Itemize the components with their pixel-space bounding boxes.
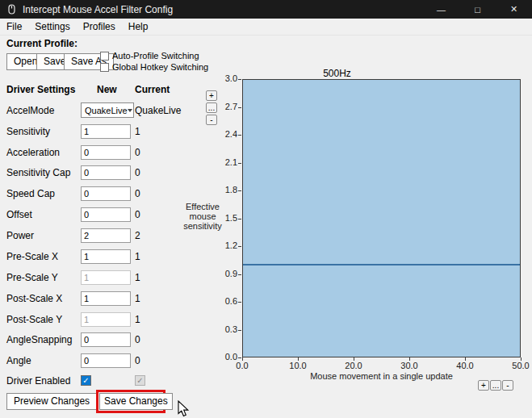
speed-cap-input[interactable]: [81, 186, 131, 201]
app-window: Intercept Mouse Accel Filter Config — □ …: [0, 0, 532, 418]
setting-label: Offset: [6, 207, 32, 223]
y-tick-label: 2.4: [212, 129, 237, 139]
zoom-options-button[interactable]: ...: [490, 380, 501, 391]
driver-enabled-label: Driver Enabled: [6, 373, 70, 389]
x-tick-label: 50.0: [509, 361, 532, 370]
sensitivity-cap-input[interactable]: [81, 165, 131, 180]
current-value: 1: [135, 249, 140, 265]
y-tick-mark: [238, 219, 241, 219]
x-tick-mark: [298, 357, 299, 361]
zoom-options-button[interactable]: ...: [206, 102, 217, 113]
current-value: QuakeLive: [135, 102, 181, 119]
y-tick-label: 0.3: [212, 324, 237, 334]
current-value: 2: [135, 228, 140, 244]
x-tick-mark: [409, 357, 410, 361]
current-value: 1: [135, 123, 140, 140]
preview-changes-button[interactable]: Preview Changes: [6, 393, 97, 410]
setting-row: Post-Scale X 1: [0, 291, 242, 307]
y-tick-mark: [238, 330, 241, 331]
zoom-out-button[interactable]: -: [206, 115, 217, 125]
auto-profile-checkbox[interactable]: [100, 52, 109, 61]
global-hotkey-checkbox[interactable]: [100, 63, 109, 72]
x-tick-label: 0.0: [230, 361, 254, 370]
setting-label: Pre-Scale X: [6, 249, 58, 265]
acceleration-input[interactable]: [81, 145, 131, 160]
menu-settings[interactable]: Settings: [28, 19, 76, 35]
setting-label: AccelMode: [6, 102, 54, 119]
col-new: New: [97, 84, 117, 95]
mouse-cursor: [178, 400, 191, 418]
col-driver-settings: Driver Settings: [6, 84, 75, 95]
y-tick-label: 1.2: [212, 240, 237, 250]
current-value: 1: [135, 311, 140, 328]
x-tick-label: 30.0: [397, 361, 421, 370]
col-current: Current: [135, 84, 170, 95]
power-input[interactable]: [81, 228, 131, 243]
zoom-in-button[interactable]: +: [478, 380, 489, 391]
menu-help[interactable]: Help: [122, 19, 155, 35]
current-value: 0: [135, 332, 140, 348]
window-title: Intercept Mouse Accel Filter Config: [23, 4, 173, 15]
setting-label: Speed Cap: [6, 186, 55, 202]
save-changes-button[interactable]: Save Changes: [99, 393, 173, 410]
y-tick-label: 1.8: [212, 185, 237, 194]
setting-row: AngleSnapping 0: [0, 332, 242, 348]
setting-label: Post-Scale X: [6, 291, 62, 307]
minimize-button[interactable]: —: [423, 0, 459, 19]
sensitivity-input[interactable]: [81, 124, 131, 139]
setting-label: Sensitivity Cap: [6, 165, 70, 181]
y-tick-mark: [238, 357, 241, 358]
auto-profile-label: Auto-Profile Switching: [112, 51, 199, 61]
menu-file[interactable]: File: [0, 19, 28, 35]
x-tick-label: 20.0: [341, 361, 366, 370]
setting-row: Angle 0: [0, 353, 242, 369]
close-button[interactable]: ✕: [496, 0, 532, 19]
y-tick-label: 3.0: [212, 73, 237, 83]
anglesnapping-input[interactable]: [81, 332, 131, 347]
driver-enabled-checkbox[interactable]: ✓: [81, 375, 91, 386]
chart-title: 500Hz: [153, 68, 521, 79]
y-tick-mark: [238, 246, 241, 247]
chevron-down-icon: [128, 109, 132, 112]
setting-label: Angle: [6, 353, 31, 369]
setting-label: Sensitivity: [6, 123, 50, 140]
setting-row: Pre-Scale Y 1: [0, 270, 242, 286]
x-tick-label: 10.0: [286, 361, 310, 370]
setting-label: AngleSnapping: [6, 332, 72, 348]
current-value: 1: [135, 270, 140, 286]
current-value: 1: [135, 291, 140, 307]
current-value: 0: [135, 353, 140, 369]
sensitivity-plot: [242, 79, 521, 357]
y-tick-label: 2.1: [212, 157, 237, 167]
pre-scale-x-input[interactable]: [81, 249, 131, 264]
x-tick-label: 40.0: [453, 361, 477, 370]
accelmode-select[interactable]: QuakeLive: [81, 102, 134, 118]
offset-input[interactable]: [81, 207, 131, 222]
post-scale-x-input[interactable]: [81, 291, 131, 306]
menu-profiles[interactable]: Profiles: [77, 19, 122, 35]
y-tick-label: 1.5: [212, 213, 237, 223]
sensitivity-curve: [243, 264, 520, 265]
post-scale-y-input: [81, 312, 131, 327]
angle-input[interactable]: [81, 353, 131, 368]
y-tick-mark: [238, 274, 241, 275]
setting-row: Sensitivity Cap 0: [0, 165, 242, 181]
y-tick-mark: [238, 302, 241, 303]
x-tick-mark: [465, 357, 466, 361]
zoom-in-button[interactable]: +: [206, 90, 217, 101]
app-icon: [6, 4, 17, 15]
y-tick-label: 0.9: [212, 269, 237, 278]
check-icon: ✓: [82, 377, 89, 385]
setting-row: Pre-Scale X 1: [0, 249, 242, 265]
current-value: 0: [135, 144, 140, 161]
zoom-out-button[interactable]: -: [502, 380, 513, 391]
setting-row: Sensitivity 1: [0, 123, 242, 140]
setting-row: Post-Scale Y 1: [0, 311, 242, 328]
accelmode-value: QuakeLive: [85, 106, 128, 115]
maximize-button[interactable]: □: [459, 0, 496, 19]
pre-scale-y-input: [81, 270, 131, 285]
check-icon: ✓: [136, 377, 143, 385]
y-tick-label: 0.6: [212, 296, 237, 306]
current-value: 0: [135, 186, 140, 202]
setting-label: Acceleration: [6, 144, 60, 161]
